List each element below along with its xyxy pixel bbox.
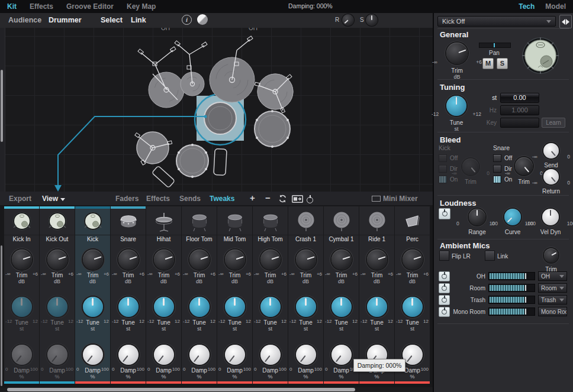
tune-knob[interactable] — [47, 297, 67, 317]
ambient-trim-knob[interactable] — [544, 248, 558, 263]
oh-level-slider[interactable] — [488, 272, 535, 280]
menu-effects[interactable]: Effects — [30, 2, 53, 11]
learn-button[interactable]: Learn — [542, 118, 565, 128]
trim-knob[interactable] — [83, 250, 103, 270]
export-button[interactable]: Export — [9, 195, 31, 203]
damp-knob[interactable] — [260, 345, 281, 365]
damp-knob[interactable] — [12, 345, 32, 365]
ride-cymbal[interactable] — [255, 74, 293, 113]
tune-knob[interactable] — [331, 297, 352, 317]
trim-knob[interactable] — [367, 250, 387, 270]
tab-tweaks[interactable]: Tweaks — [210, 195, 234, 203]
crash-cymbal-left[interactable] — [138, 47, 184, 108]
mono-room-mic-dropdown[interactable]: Mono Roc — [538, 307, 567, 316]
oh-power-button[interactable] — [439, 271, 450, 281]
trim-knob[interactable] — [296, 250, 316, 270]
kick-bleed-trim-knob[interactable] — [462, 158, 479, 175]
kick-bleed-dir-checkbox[interactable] — [439, 165, 447, 173]
snare-bleed-off-checkbox[interactable] — [493, 154, 501, 162]
key-value-field[interactable] — [500, 118, 539, 128]
damp-knob[interactable] — [296, 345, 316, 365]
trim-knob[interactable] — [403, 250, 423, 270]
bleed-send-knob[interactable] — [543, 143, 559, 158]
mono-room-level-slider[interactable] — [488, 307, 535, 316]
damp-knob[interactable] — [189, 345, 210, 365]
damp-knob[interactable] — [47, 345, 67, 365]
mixer-channel-hihat[interactable]: Hihat-∞+6TrimdB-1212Tunest0100Damp%MS — [146, 206, 181, 384]
audience-view-button[interactable]: Audience — [8, 16, 41, 24]
tune-knob[interactable] — [403, 297, 423, 317]
trim-knob[interactable] — [189, 250, 210, 270]
menu-groove-editor[interactable]: Groove Editor — [66, 2, 114, 11]
drum-kit-canvas[interactable]: OH OH — [0, 28, 433, 192]
tune-knob[interactable] — [260, 297, 281, 317]
sphere-icon[interactable] — [197, 14, 208, 25]
general-mute-button[interactable]: M — [482, 58, 494, 69]
tab-faders[interactable]: Faders — [115, 195, 139, 203]
st-value-field[interactable]: 0.00 — [500, 93, 539, 103]
preset-prev-next-button[interactable] — [559, 15, 572, 28]
loudness-power-button[interactable] — [439, 208, 450, 219]
mixer-channel-ride-1[interactable]: Ride 1-∞+6TrimdB-1212Tunest0100Damp%MS — [359, 206, 394, 384]
tune-knob[interactable] — [296, 297, 316, 317]
damp-knob[interactable] — [83, 345, 103, 365]
trash-power-button[interactable] — [439, 295, 450, 305]
refresh-icon[interactable] — [278, 195, 287, 205]
mixer-channel-perc[interactable]: Perc-∞+6TrimdB-1212Tunest0100Damp%MS — [395, 206, 430, 384]
hz-value-field[interactable]: 1.000 — [500, 105, 539, 115]
tune-knob[interactable] — [118, 297, 139, 317]
tune-knob[interactable] — [189, 297, 210, 317]
tune-knob[interactable] — [367, 297, 387, 317]
oh-mic-dropdown[interactable]: OH — [538, 271, 567, 281]
remove-channel-button[interactable]: − — [265, 193, 271, 203]
tune-knob[interactable] — [12, 297, 32, 317]
menu-model[interactable]: Model — [545, 2, 566, 11]
general-trim-knob[interactable] — [446, 43, 468, 64]
vel-dyn-knob[interactable] — [542, 209, 559, 225]
damp-knob[interactable] — [118, 345, 139, 365]
link-button[interactable]: Link — [131, 16, 146, 24]
mixer-hscroll-thumb[interactable] — [7, 388, 355, 391]
mixer-channel-snare[interactable]: Snare-∞+6TrimdB-1212Tunest0100Damp%MS — [111, 206, 146, 384]
link-checkbox[interactable] — [485, 251, 495, 261]
trim-knob[interactable] — [225, 250, 245, 270]
mixer-vertical-scrollbar[interactable] — [1, 245, 2, 386]
tune-knob[interactable] — [225, 297, 245, 317]
tab-sends[interactable]: Sends — [179, 195, 201, 203]
menu-key-map[interactable]: Key Map — [127, 2, 156, 11]
hihat[interactable] — [135, 132, 172, 165]
damp-knob[interactable] — [225, 345, 245, 365]
menu-kit[interactable]: Kit — [7, 2, 17, 11]
general-solo-button[interactable]: S — [497, 58, 508, 69]
add-channel-button[interactable]: + — [250, 193, 255, 203]
mixer-channel-high-tom[interactable]: High Tom-∞+6TrimdB-1212Tunest0100Damp%MS — [253, 206, 288, 384]
mixer-channel-kick[interactable]: Kick-∞+6TrimdB-1212Tunest0100Damp%MS — [75, 206, 110, 384]
trim-knob[interactable] — [331, 250, 352, 270]
damp-knob[interactable] — [154, 345, 174, 365]
pan-slider[interactable] — [479, 43, 511, 48]
room-power-button[interactable] — [439, 283, 450, 293]
trash-level-slider[interactable] — [488, 296, 535, 304]
range-knob[interactable] — [469, 209, 485, 225]
mini-mixer-checkbox[interactable] — [372, 196, 381, 202]
expand-panel-icon[interactable] — [292, 195, 303, 205]
snare-bleed-on-checkbox[interactable] — [493, 176, 501, 183]
r-knob[interactable] — [342, 14, 354, 26]
tune-knob[interactable] — [154, 297, 174, 317]
trash-mic-dropdown[interactable]: Trash — [538, 295, 567, 304]
room-level-slider[interactable] — [488, 284, 535, 292]
tab-effects[interactable]: Effects — [146, 195, 170, 203]
kick-bleed-on-checkbox[interactable] — [439, 176, 447, 183]
drummer-view-button[interactable]: Drummer — [49, 16, 82, 24]
mixer-channel-kick-in[interactable]: Kick In-∞+6TrimdB-1212Tunest0100Damp%MS — [4, 206, 39, 384]
tune-knob[interactable] — [446, 96, 466, 116]
curve-knob[interactable] — [504, 209, 521, 225]
mixer-channel-kick-out[interactable]: Kick Out-∞+6TrimdB-1212Tunest0100Damp%MS — [40, 206, 75, 384]
info-icon[interactable]: i — [182, 15, 192, 25]
snare-bleed-trim-knob[interactable] — [515, 157, 533, 175]
damp-knob[interactable] — [331, 345, 352, 365]
mono-room-power-button[interactable] — [439, 307, 450, 317]
crash-cymbal-big[interactable] — [210, 36, 255, 102]
mixer-channel-floor-tom[interactable]: Floor Tom-∞+6TrimdB-1212Tunest0100Damp%M… — [182, 206, 217, 384]
bleed-return-knob[interactable] — [543, 169, 559, 184]
